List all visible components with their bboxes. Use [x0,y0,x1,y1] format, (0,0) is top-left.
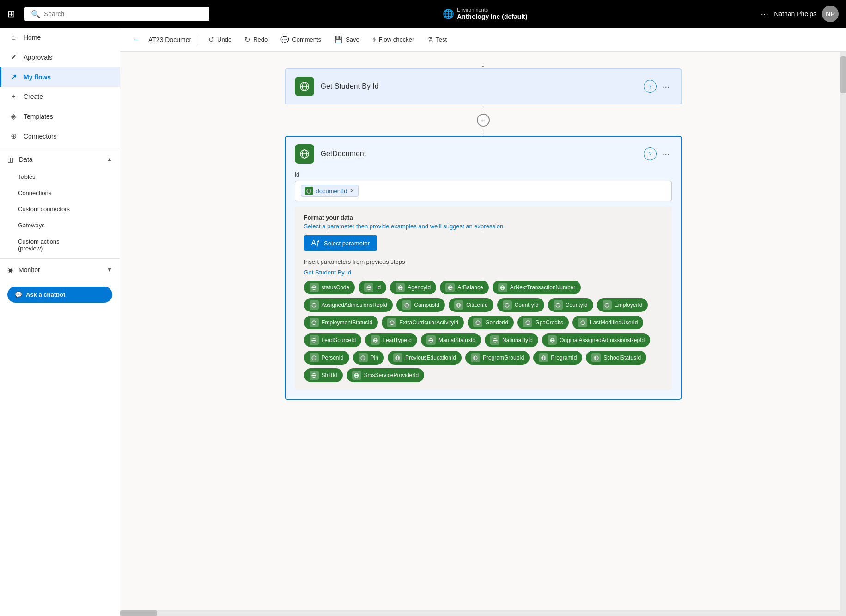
param-token-citizenid[interactable]: CitizenId [449,298,493,312]
sidebar-item-label: Connections [18,189,51,196]
param-token-lastmodifieduserid[interactable]: LastModifiedUserId [572,316,643,329]
sidebar-item-myflows[interactable]: ↗ My flows [0,67,120,87]
toolbar-separator [199,34,199,45]
sidebar-item-custom-actions[interactable]: Custom actions(preview) [9,233,120,256]
param-token-previouseducationid[interactable]: PreviousEducationId [388,351,462,365]
param-token-pin[interactable]: Pin [353,351,384,365]
param-token-extracurricularactivityid[interactable]: ExtraCurricularActivityId [382,316,464,329]
search-input[interactable] [44,10,203,18]
data-icon: ◫ [7,156,13,163]
param-token-smsserviceproviderid[interactable]: SmsServiceProviderId [347,368,425,382]
format-title: Format your data [304,214,663,221]
param-token-arbalance[interactable]: ArBalance [440,281,488,294]
sidebar-item-label: My flows [24,73,51,81]
token-globe-icon [523,318,532,327]
token-label: AssignedAdmissionsRepId [322,302,388,308]
select-parameter-button[interactable]: Aƒ Select parameter [304,235,377,251]
token-globe-icon [359,353,368,362]
sidebar-item-gateways[interactable]: Gateways [9,217,120,233]
save-icon: 💾 [334,36,343,44]
param-token-countryid[interactable]: CountryId [497,298,544,312]
step2-title: GetDocument [321,150,637,158]
param-token-gpacredits[interactable]: GpaCredits [517,316,569,329]
redo-button[interactable]: ↻ Redo [239,33,273,47]
param-token-assignedadmissionsrepid[interactable]: AssignedAdmissionsRepId [304,298,393,312]
vertical-scrollbar-track[interactable] [840,52,846,616]
param-token-shiftid[interactable]: ShiftId [304,368,343,382]
param-token-arnexttransactionnumber[interactable]: ArNextTransactionNumber [493,281,581,294]
flow-top-arrow: ↓ [139,61,828,68]
step-more-button[interactable]: ··· [660,79,672,94]
param-token-personid[interactable]: PersonId [304,351,349,365]
comments-button[interactable]: 💬 Comments [275,33,327,47]
token-label: CitizenId [466,302,488,308]
sidebar-item-label: Approvals [24,54,52,61]
home-icon: ⌂ [9,33,18,42]
token-globe-icon [473,318,482,327]
param-token-nationalityid[interactable]: NationalityId [485,333,538,347]
sidebar-data-section[interactable]: ◫ Data ▲ [0,150,120,169]
step-title: Get Student By Id [321,82,637,91]
grid-icon[interactable]: ⊞ [7,8,15,19]
param-token-schoolstatusid[interactable]: SchoolStatusId [586,351,646,365]
param-token-genderid[interactable]: GenderId [468,316,514,329]
field-id-input[interactable]: documentId ✕ [295,181,672,201]
sidebar-item-approvals[interactable]: ✔ Approvals [0,47,120,67]
param-token-originalassignedadmissionsrepid[interactable]: OriginalAssignedAdmissionsRepId [542,333,650,347]
sidebar-item-connectors[interactable]: ⊕ Connectors [0,126,120,146]
token-remove-button[interactable]: ✕ [350,188,354,194]
step-help-button[interactable]: ? [644,80,657,93]
param-token-employmentstatusid[interactable]: EmploymentStatusId [304,316,378,329]
param-token-employerid[interactable]: EmployerId [597,298,648,312]
param-token-statuscode[interactable]: statusCode [304,281,355,294]
save-button[interactable]: 💾 Save [329,33,365,47]
param-token-leadsourceid[interactable]: LeadSourceId [304,333,362,347]
step2-header[interactable]: GetDocument ? ··· [286,137,681,171]
token-label: LastModifiedUserId [590,319,638,326]
horizontal-scrollbar-track[interactable] [120,610,840,616]
horizontal-scrollbar-thumb[interactable] [120,610,157,616]
step2-help-button[interactable]: ? [644,147,657,160]
vertical-scrollbar-thumb[interactable] [840,56,846,93]
sidebar-item-custom-connectors[interactable]: Custom connectors [9,201,120,217]
token-globe-icon [310,335,319,345]
param-token-programgroupid[interactable]: ProgramGroupId [465,351,530,365]
get-student-link[interactable]: Get Student By Id [304,269,663,276]
param-token-id[interactable]: Id [359,281,386,294]
param-token-countyid[interactable]: CountyId [548,298,593,312]
param-token-programid[interactable]: ProgramId [533,351,582,365]
more-options-button[interactable]: ··· [761,9,768,19]
token-label: CountyId [566,302,588,308]
sidebar-monitor-section[interactable]: ◉ Monitor ▼ [0,261,120,279]
param-token-agencyid[interactable]: AgencyId [390,281,436,294]
sidebar-item-tables[interactable]: Tables [9,169,120,185]
flowchecker-button[interactable]: ⚕ Flow checker [367,33,420,47]
sidebar-item-label: Connectors [24,133,57,140]
select-param-icon: Aƒ [311,239,321,247]
token-label: ArNextTransactionNumber [510,284,576,291]
document-id-token[interactable]: documentId ✕ [301,185,359,197]
avatar[interactable]: NP [822,6,839,22]
step2-more-button[interactable]: ··· [660,147,672,161]
test-button[interactable]: ⚗ Test [421,33,452,47]
token-label: ProgramGroupId [483,354,524,361]
add-step-button[interactable]: + [477,114,490,127]
token-label: ArBalance [457,284,483,291]
sidebar-item-home[interactable]: ⌂ Home [0,28,120,47]
undo-button[interactable]: ↺ Undo [203,33,237,47]
back-button[interactable]: ← [129,33,143,46]
step-header[interactable]: Get Student By Id ? ··· [286,69,681,104]
sidebar-item-create[interactable]: + Create [0,87,120,106]
format-panel: Format your data Select a parameter then… [295,207,672,390]
param-token-leadtypeid[interactable]: LeadTypeId [365,333,417,347]
sidebar-item-templates[interactable]: ◈ Templates [0,106,120,126]
sidebar-monitor-label: Monitor [18,266,40,274]
token-globe-icon [454,300,463,310]
token-globe-icon [310,300,319,310]
chatbot-button[interactable]: 💬 Ask a chatbot [7,287,112,303]
toolbar: ← AT23 Documer ↺ Undo ↻ Redo 💬 Comments … [120,28,846,52]
param-token-maritalstatusid[interactable]: MaritalStatusId [421,333,481,347]
sidebar-item-connections[interactable]: Connections [9,185,120,201]
sidebar-item-label: Home [24,34,41,41]
param-token-campusid[interactable]: CampusId [396,298,445,312]
